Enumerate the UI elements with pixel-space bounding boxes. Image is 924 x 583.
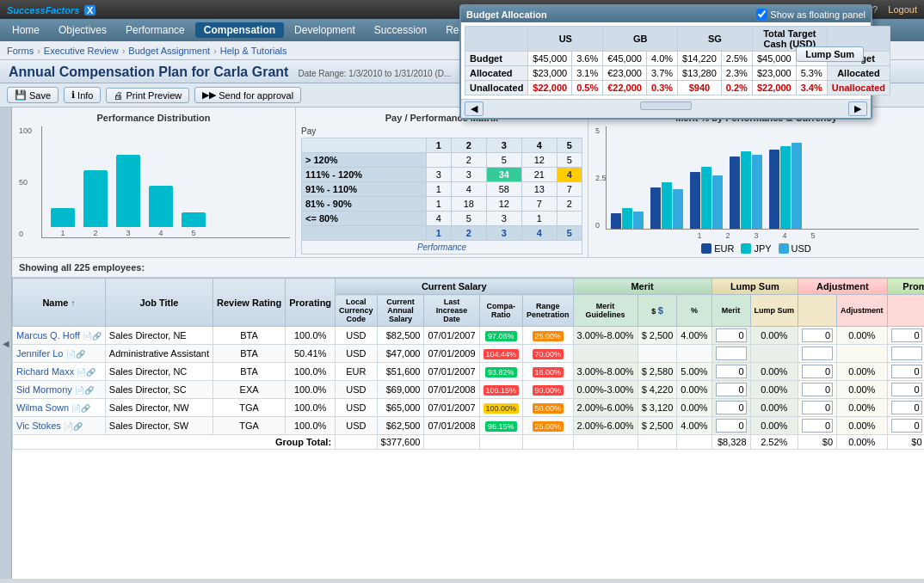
name-link[interactable]: Vic Stokes: [16, 420, 61, 431]
legend-usd-dot: [779, 243, 789, 254]
logo-text: SuccessFactors: [7, 5, 79, 15]
lump-input[interactable]: [802, 383, 833, 396]
adj-input[interactable]: [891, 401, 922, 414]
td-merit-val[interactable]: [711, 399, 750, 417]
td-lump-dollar[interactable]: [798, 417, 837, 435]
merit-input[interactable]: [716, 383, 747, 396]
th-name[interactable]: Name ↑: [13, 279, 106, 327]
bar-label-1: 1: [60, 229, 65, 237]
td-lump-dollar[interactable]: [798, 381, 837, 399]
lump-input[interactable]: [802, 401, 833, 414]
breadcrumb-budget[interactable]: Budget Assignment: [128, 46, 210, 56]
merit-bar-eur-1: [611, 213, 621, 229]
td-merit-val[interactable]: [711, 327, 750, 345]
td-merit-pct: 0.00%: [677, 399, 711, 417]
td-merit-dollar: $ 4,220: [638, 381, 677, 399]
lump-input[interactable]: [802, 365, 833, 378]
matrix-cell: 21: [521, 168, 557, 182]
table-scroll-container[interactable]: Name ↑ Job Title Review Rating Prorating…: [12, 278, 924, 579]
merit-input[interactable]: [716, 347, 747, 360]
td-currency: USD: [336, 327, 378, 345]
breadcrumb-help[interactable]: Help & Tutorials: [220, 46, 287, 56]
td-adj-dollar[interactable]: [887, 363, 924, 381]
th-merit-dollar[interactable]: $ $: [638, 295, 677, 327]
legend-eur: EUR: [701, 243, 734, 254]
total-rp: [523, 435, 574, 450]
td-range-pen: 25.00%: [523, 327, 574, 345]
adj-input[interactable]: [891, 328, 922, 342]
sort-icon[interactable]: ↑: [71, 298, 75, 308]
budget-next-button[interactable]: ▶: [848, 101, 867, 116]
show-floating-control[interactable]: Show as floating panel: [756, 9, 865, 20]
breadcrumb-executive[interactable]: Executive Review: [44, 46, 119, 56]
td-lump-dollar[interactable]: [798, 363, 837, 381]
name-link[interactable]: Jennifer Lo: [16, 348, 63, 359]
toggle-icon: ◀: [3, 339, 9, 348]
adj-input[interactable]: [891, 419, 922, 433]
breadcrumb-forms[interactable]: Forms: [7, 46, 34, 56]
lump-input[interactable]: [802, 419, 833, 433]
th-merit-pct[interactable]: %: [677, 295, 711, 327]
merit-x-3: 3: [754, 231, 758, 240]
logout-link[interactable]: Logout: [888, 4, 917, 15]
td-merit-val[interactable]: [711, 381, 750, 399]
td-lump-dollar[interactable]: [798, 345, 837, 363]
matrix-cell: 1: [521, 212, 557, 226]
name-link[interactable]: Richard Maxx: [16, 366, 74, 377]
nav-development[interactable]: Development: [286, 22, 364, 38]
lump-input[interactable]: [802, 328, 833, 342]
merit-input[interactable]: [716, 419, 747, 433]
td-name: Vic Stokes 📄🔗: [13, 417, 106, 435]
adj-input[interactable]: [891, 347, 922, 360]
td-lump-dollar[interactable]: [798, 327, 837, 345]
total-cr: [479, 435, 523, 450]
matrix-total-3: 3: [486, 226, 521, 241]
total-row: Group Total: $377,600 $8,328 2.52% $0 0.…: [13, 435, 925, 450]
save-button[interactable]: 💾 Save: [7, 87, 59, 103]
matrix-cell: 58: [486, 182, 521, 197]
nav-performance[interactable]: Performance: [117, 22, 194, 38]
td-merit-val[interactable]: [711, 417, 750, 435]
merit-bar-usd-3: [712, 175, 723, 229]
merit-input[interactable]: [716, 401, 747, 414]
budget-scrollbar[interactable]: [640, 101, 692, 110]
name-link[interactable]: Wilma Sown: [16, 402, 69, 413]
merit-input[interactable]: [716, 328, 747, 342]
bar-5: 5: [182, 212, 206, 237]
table-row: Sid Mormony 📄🔗 Sales Director, SC EXA 10…: [13, 381, 925, 399]
range-badge: 25.00%: [533, 421, 564, 432]
nav-objectives[interactable]: Objectives: [50, 22, 115, 38]
matrix-row-4: 81% - 90% 1 18 12 7 2: [302, 197, 582, 212]
merit-input[interactable]: [716, 365, 747, 378]
nav-succession[interactable]: Succession: [366, 22, 435, 38]
y-axis: 100 50 0: [17, 126, 41, 238]
send-button[interactable]: ▶▶ Send for approval: [194, 87, 301, 103]
td-lump-dollar[interactable]: [798, 399, 837, 417]
td-current-salary: $69,000: [377, 381, 424, 399]
lump-input[interactable]: [802, 347, 833, 360]
td-adj-dollar[interactable]: [887, 327, 924, 345]
print-button[interactable]: 🖨 Print Preview: [106, 88, 189, 103]
merit-group-2: [650, 182, 683, 229]
td-merit-pct2: 0.00%: [750, 327, 798, 345]
budget-prev-button[interactable]: ◀: [465, 101, 484, 116]
budget-panel-title: Budget Allocation: [466, 9, 547, 20]
td-merit-pct2: 0.00%: [750, 417, 798, 435]
td-merit-val[interactable]: [711, 363, 750, 381]
name-link[interactable]: Sid Mormony: [16, 384, 72, 395]
adj-input[interactable]: [891, 365, 922, 378]
range-badge: 50.00%: [533, 403, 564, 414]
td-merit-val[interactable]: [711, 345, 750, 363]
show-floating-checkbox[interactable]: [756, 9, 767, 20]
td-adj-dollar[interactable]: [887, 381, 924, 399]
nav-compensation[interactable]: Compensation: [195, 22, 284, 38]
nav-home[interactable]: Home: [3, 22, 48, 38]
td-adj-dollar[interactable]: [887, 345, 924, 363]
td-adj-dollar[interactable]: [887, 399, 924, 417]
info-button[interactable]: ℹ Info: [64, 87, 101, 103]
name-link[interactable]: Marcus Q. Hoff: [16, 330, 80, 341]
adj-input[interactable]: [891, 383, 922, 396]
lump-sum-button[interactable]: Lump Sum: [796, 46, 864, 62]
td-adj-dollar[interactable]: [887, 417, 924, 435]
left-panel-toggle[interactable]: ◀: [0, 107, 12, 579]
